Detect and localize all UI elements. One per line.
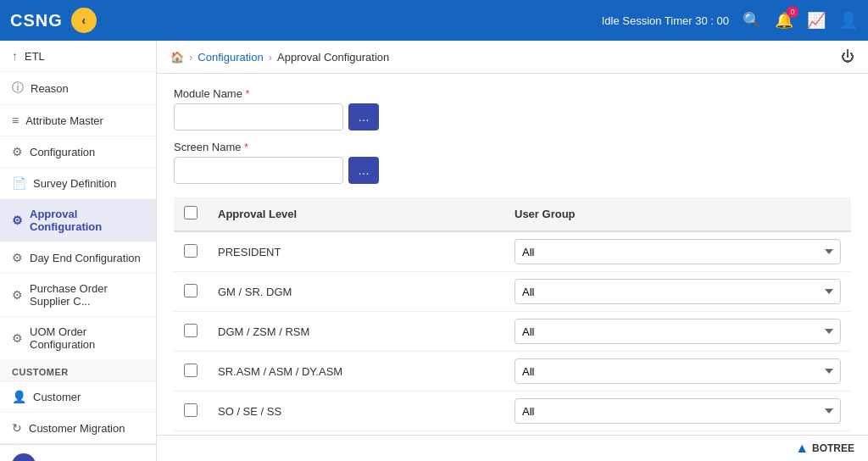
avatar: A: [12, 453, 36, 461]
notification-icon[interactable]: 🔔 0: [775, 11, 793, 30]
sidebar-item-purchase-order[interactable]: ⚙ Purchase Order Supplier C...: [0, 274, 156, 317]
breadcrumb-current: Approval Configuration: [277, 51, 389, 64]
breadcrumb-configuration[interactable]: Configuration: [198, 51, 263, 64]
sidebar-item-label: Day End Configuration: [30, 252, 141, 264]
sidebar-item-label: Customer Migration: [29, 422, 125, 435]
screen-name-label: Screen Name *: [174, 141, 851, 153]
module-name-label: Module Name *: [174, 87, 851, 100]
row-0-user-group-select[interactable]: AllGroup AGroup BGroup C: [515, 239, 841, 264]
row-1-user-group-select[interactable]: AllGroup AGroup BGroup C: [515, 279, 841, 304]
customer-section-header: CUSTOMER: [0, 360, 156, 381]
row-2-checkbox[interactable]: [184, 324, 198, 337]
botree-label: BOTREE: [812, 442, 854, 454]
table-row: SR.ASM / ASM / DY.ASMAllGroup AGroup BGr…: [174, 352, 851, 392]
breadcrumb-sep-1: ›: [189, 51, 192, 64]
approval-configuration-icon: ⚙: [12, 214, 23, 227]
configuration-icon: ⚙: [12, 145, 23, 158]
uom-order-icon: ⚙: [12, 331, 23, 345]
notification-badge: 0: [787, 6, 798, 18]
row-user-group-cell: AllGroup AGroup BGroup C: [504, 392, 851, 431]
table-row: SO / SE / SSAllGroup AGroup BGroup C: [174, 392, 851, 431]
row-approval-level: SO / SE / SS: [208, 392, 504, 431]
module-name-field: Module Name * …: [174, 87, 851, 131]
sidebar-item-label: Customer: [33, 391, 81, 403]
module-name-required: *: [246, 87, 250, 100]
module-name-input-row: …: [174, 103, 851, 131]
sidebar-item-attribute-master[interactable]: ≡ Attribute Master: [0, 105, 156, 136]
breadcrumb-sep-2: ›: [269, 51, 272, 64]
botree-footer: ▲ BOTREE: [157, 435, 868, 461]
screen-name-input[interactable]: [174, 157, 343, 184]
sidebar-item-configuration[interactable]: ⚙ Configuration: [0, 136, 156, 168]
row-0-checkbox[interactable]: [184, 244, 198, 258]
row-4-checkbox[interactable]: [184, 403, 198, 417]
browse-dots-icon: …: [358, 164, 370, 177]
table-row: DGM / ZSM / RSMAllGroup AGroup BGroup C: [174, 312, 851, 352]
user-icon[interactable]: 👤: [839, 11, 858, 30]
timer-text: Idle Session Timer 30 : 00: [602, 14, 729, 27]
attribute-master-icon: ≡: [12, 114, 19, 127]
table-body: PRESIDENTAllGroup AGroup BGroup CGM / SR…: [174, 231, 851, 431]
reason-icon: ⓘ: [12, 81, 24, 96]
table-header-row: Approval Level User Group: [174, 197, 851, 231]
row-checkbox-cell: [174, 392, 208, 431]
header-right: Idle Session Timer 30 : 00 🔍 🔔 0 📈 👤: [602, 11, 858, 30]
sidebar-item-label: Reason: [31, 82, 69, 95]
content-area: Module Name * … Screen Name *: [157, 74, 868, 435]
search-icon[interactable]: 🔍: [743, 11, 761, 30]
sidebar-item-reason[interactable]: ⓘ Reason: [0, 72, 156, 105]
row-user-group-cell: AllGroup AGroup BGroup C: [504, 312, 851, 352]
logo-box: CSNG: [10, 11, 63, 31]
row-2-user-group-select[interactable]: AllGroup AGroup BGroup C: [515, 319, 841, 344]
screen-name-input-row: …: [174, 157, 851, 184]
back-button[interactable]: ‹: [71, 8, 97, 33]
screen-name-required: *: [244, 141, 248, 153]
module-name-browse-button[interactable]: …: [348, 103, 379, 131]
sidebar-item-label: Purchase Order Supplier C...: [30, 282, 144, 308]
table-header-checkbox-col: [174, 197, 208, 231]
home-icon[interactable]: 🏠: [170, 51, 184, 64]
sidebar-item-etl[interactable]: ↑ ETL: [0, 41, 156, 72]
select-all-checkbox[interactable]: [184, 206, 198, 219]
table-header-approval-level: Approval Level: [208, 197, 504, 231]
row-4-user-group-select[interactable]: AllGroup AGroup BGroup C: [515, 398, 841, 424]
row-3-user-group-select[interactable]: AllGroup AGroup BGroup C: [515, 358, 841, 384]
row-3-checkbox[interactable]: [184, 364, 198, 377]
etl-icon: ↑: [12, 49, 18, 63]
sidebar-item-label: ETL: [25, 50, 45, 63]
main-content: 🏠 › Configuration › Approval Configurati…: [157, 41, 868, 461]
sidebar: ↑ ETL ⓘ Reason ≡ Attribute Master ⚙ Conf…: [0, 41, 157, 461]
sidebar-item-uom-order[interactable]: ⚙ UOM Order Configuration: [0, 317, 156, 360]
botree-icon: ▲: [795, 441, 809, 456]
sidebar-item-survey-definition[interactable]: 📄 Survey Definition: [0, 168, 156, 199]
logo-text: CSNG: [10, 11, 63, 31]
botree-logo: ▲ BOTREE: [795, 441, 854, 456]
row-user-group-cell: AllGroup AGroup BGroup C: [504, 352, 851, 392]
table-header: Approval Level User Group: [174, 197, 851, 231]
sidebar-item-day-end-configuration[interactable]: ⚙ Day End Configuration: [0, 242, 156, 274]
sidebar-user-profile[interactable]: A AdminUser ▼: [0, 444, 156, 461]
row-checkbox-cell: [174, 352, 208, 392]
row-checkbox-cell: [174, 231, 208, 272]
screen-name-browse-button[interactable]: …: [348, 157, 379, 184]
chart-icon[interactable]: 📈: [807, 11, 826, 30]
sidebar-item-customer-migration[interactable]: ↻ Customer Migration: [0, 413, 156, 444]
table-header-user-group: User Group: [504, 197, 851, 231]
row-checkbox-cell: [174, 272, 208, 312]
day-end-icon: ⚙: [12, 251, 23, 264]
table-row: GM / SR. DGMAllGroup AGroup BGroup C: [174, 272, 851, 312]
sidebar-item-label: Configuration: [30, 146, 95, 158]
app-header: CSNG ‹ Idle Session Timer 30 : 00 🔍 🔔 0 …: [0, 0, 868, 41]
approval-table: Approval Level User Group PRESIDENTAllGr…: [174, 197, 851, 431]
sidebar-item-customer[interactable]: 👤 Customer: [0, 381, 156, 413]
power-icon[interactable]: ⏻: [841, 49, 854, 64]
purchase-order-icon: ⚙: [12, 288, 23, 302]
module-name-input[interactable]: [174, 103, 343, 131]
layout: ↑ ETL ⓘ Reason ≡ Attribute Master ⚙ Conf…: [0, 41, 868, 461]
survey-definition-icon: 📄: [12, 176, 26, 190]
sidebar-item-label: Approval Configuration: [30, 208, 144, 233]
row-user-group-cell: AllGroup AGroup BGroup C: [504, 272, 851, 312]
row-checkbox-cell: [174, 312, 208, 352]
sidebar-item-approval-configuration[interactable]: ⚙ Approval Configuration: [0, 199, 156, 242]
row-1-checkbox[interactable]: [184, 284, 198, 297]
